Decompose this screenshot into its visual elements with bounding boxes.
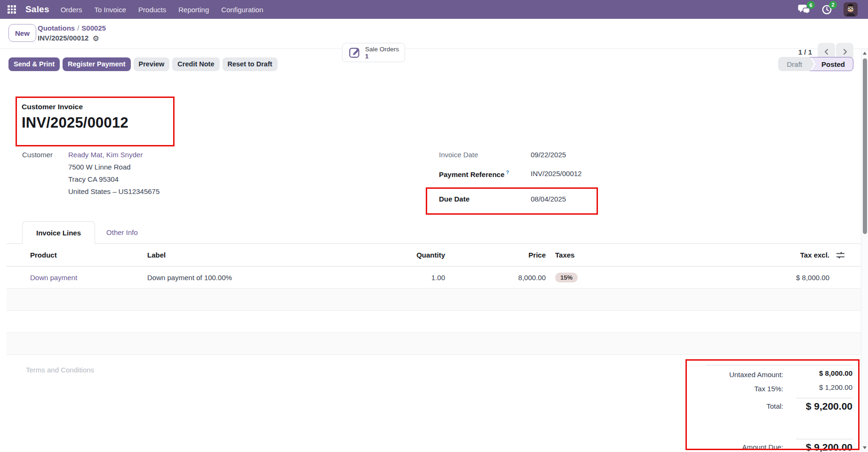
line-quantity[interactable]: 1.00 <box>362 274 445 282</box>
status-posted: Posted <box>810 57 853 71</box>
breadcrumb-separator: / <box>75 24 81 32</box>
nav-item-products[interactable]: Products <box>138 6 166 14</box>
chevron-right-icon <box>842 48 848 55</box>
pager-value: 1 / 1 <box>798 48 812 56</box>
due-date-label: Due Date <box>439 195 531 203</box>
action-bar: Send & Print Register Payment Preview Cr… <box>8 56 853 72</box>
payment-reference-row: Payment Reference? INV/2025/00012 <box>439 170 608 178</box>
adjust-columns-icon[interactable] <box>836 251 845 259</box>
column-header-taxes[interactable]: Taxes <box>546 251 670 259</box>
column-header-product[interactable]: Product <box>7 251 147 259</box>
invoice-date-value[interactable]: 09/22/2025 <box>531 151 566 159</box>
user-avatar-image <box>844 2 858 16</box>
total-value: $ 9,200.00 <box>783 401 852 412</box>
line-subtotal: $ 8,000.00 <box>670 274 829 282</box>
terms-and-conditions-placeholder[interactable]: Terms and Conditions <box>26 366 94 374</box>
tab-other-info[interactable]: Other Info <box>95 221 149 243</box>
activities-badge: 2 <box>829 1 837 9</box>
invoice-title-block: Customer Invoice INV/2025/00012 <box>22 103 128 131</box>
customer-address-line-1: 7500 W Linne Road <box>68 161 159 173</box>
activities-button[interactable]: 2 <box>821 4 832 15</box>
odoo-invoice-page: Sales Orders To Invoice Products Reporti… <box>0 0 868 452</box>
preview-button[interactable]: Preview <box>134 57 170 71</box>
status-widget: Draft Posted <box>778 57 853 71</box>
status-draft[interactable]: Draft <box>778 57 810 71</box>
tax-value: $ 1,200.00 <box>783 383 852 391</box>
amount-due-label: Amount Due: <box>608 442 783 451</box>
due-date-row: Due Date 08/04/2025 <box>439 195 608 203</box>
amount-due-row: Amount Due: $ 9,200.00 <box>608 442 852 452</box>
tax-badge[interactable]: 15% <box>555 273 578 282</box>
chevron-left-icon <box>823 48 830 55</box>
column-header-price[interactable]: Price <box>445 251 546 259</box>
table-row[interactable]: Down payment Down payment of 100.00% 1.0… <box>7 266 861 289</box>
line-product[interactable]: Down payment <box>30 274 77 282</box>
invoice-number: INV/2025/00012 <box>22 114 128 131</box>
column-header-label[interactable]: Label <box>147 251 362 259</box>
customer-address-line-2: Tracy CA 95304 <box>68 173 159 186</box>
new-button[interactable]: New <box>8 24 36 42</box>
customer-group: Customer Ready Mat, Kim Snyder 7500 W Li… <box>22 149 159 198</box>
scrollbar-up-arrow-icon[interactable] <box>863 52 867 55</box>
untaxed-amount-label: Untaxed Amount: <box>608 369 783 379</box>
help-icon[interactable]: ? <box>506 170 509 175</box>
invoice-date-row: Invoice Date 09/22/2025 <box>439 151 608 159</box>
scrollbar-thumb[interactable] <box>863 58 867 234</box>
nav-menu: Orders To Invoice Products Reporting Con… <box>61 6 263 14</box>
scrollbar-down-arrow-icon[interactable] <box>863 446 867 449</box>
notebook-tabs: Invoice Lines Other Info <box>7 221 861 244</box>
line-label[interactable]: Down payment of 100.00% <box>147 274 362 282</box>
nav-item-to-invoice[interactable]: To Invoice <box>95 6 127 14</box>
breadcrumb-line-1: Quotations/S00025 <box>38 23 106 33</box>
table-header-row: Product Label Quantity Price Taxes Tax e… <box>7 244 861 266</box>
customer-field-label: Customer <box>22 149 68 198</box>
tab-invoice-lines[interactable]: Invoice Lines <box>22 221 95 244</box>
register-payment-button[interactable]: Register Payment <box>63 57 131 71</box>
nav-item-reporting[interactable]: Reporting <box>178 6 209 14</box>
nav-item-configuration[interactable]: Configuration <box>221 6 263 14</box>
invoice-date-label: Invoice Date <box>439 151 531 159</box>
customer-address-line-3: United States – US12345675 <box>68 186 159 198</box>
gear-icon[interactable]: ⚙ <box>92 34 99 42</box>
invoice-lines-table: Product Label Quantity Price Taxes Tax e… <box>7 244 861 355</box>
vertical-scrollbar[interactable] <box>861 49 868 452</box>
column-header-quantity[interactable]: Quantity <box>362 251 445 259</box>
untaxed-amount-value: $ 8,000.00 <box>783 369 852 377</box>
send-print-button[interactable]: Send & Print <box>8 57 60 71</box>
breadcrumb-current: INV/2025/00012 <box>38 34 88 42</box>
app-name[interactable]: Sales <box>25 4 49 15</box>
empty-line-row <box>7 311 861 333</box>
amount-due-divider <box>796 439 852 439</box>
breadcrumb-s00025-link[interactable]: S00025 <box>81 24 106 32</box>
due-date-value[interactable]: 08/04/2025 <box>531 195 566 203</box>
payment-reference-label: Payment Reference? <box>439 170 531 178</box>
empty-line-row <box>7 333 861 355</box>
navbar-right: 6 2 <box>798 2 858 16</box>
tax-label: Tax 15%: <box>608 383 783 393</box>
empty-line-row <box>7 289 861 311</box>
sale-orders-label: Sale Orders <box>365 46 399 53</box>
messages-button[interactable]: 6 <box>798 4 810 15</box>
nav-item-orders[interactable]: Orders <box>61 6 82 14</box>
customer-name-link[interactable]: Ready Mat, Kim Snyder <box>68 149 159 161</box>
avatar[interactable] <box>844 2 858 16</box>
control-panel: New Quotations/S00025 INV/2025/00012⚙ Sa… <box>0 19 868 49</box>
amount-due-value: $ 9,200.00 <box>783 442 852 452</box>
total-row: Total: $ 9,200.00 <box>608 401 852 412</box>
messages-badge: 6 <box>807 1 815 9</box>
reset-to-draft-button[interactable]: Reset to Draft <box>223 57 278 71</box>
total-divider <box>796 398 852 398</box>
invoice-type-label: Customer Invoice <box>22 103 128 111</box>
tax-row: Tax 15%: $ 1,200.00 <box>608 383 852 393</box>
breadcrumb-line-2: INV/2025/00012⚙ <box>38 33 106 43</box>
column-header-tax-excl[interactable]: Tax excl. <box>670 251 829 259</box>
apps-grid-icon[interactable] <box>8 5 16 14</box>
breadcrumb-quotations-link[interactable]: Quotations <box>38 24 75 32</box>
line-price[interactable]: 8,000.00 <box>445 274 546 282</box>
breadcrumb: Quotations/S00025 INV/2025/00012⚙ <box>38 23 106 43</box>
payment-reference-value[interactable]: INV/2025/00012 <box>531 170 581 178</box>
totals-top-divider <box>706 365 852 365</box>
credit-note-button[interactable]: Credit Note <box>172 57 219 71</box>
total-label: Total: <box>608 401 783 410</box>
navbar: Sales Orders To Invoice Products Reporti… <box>0 0 868 19</box>
